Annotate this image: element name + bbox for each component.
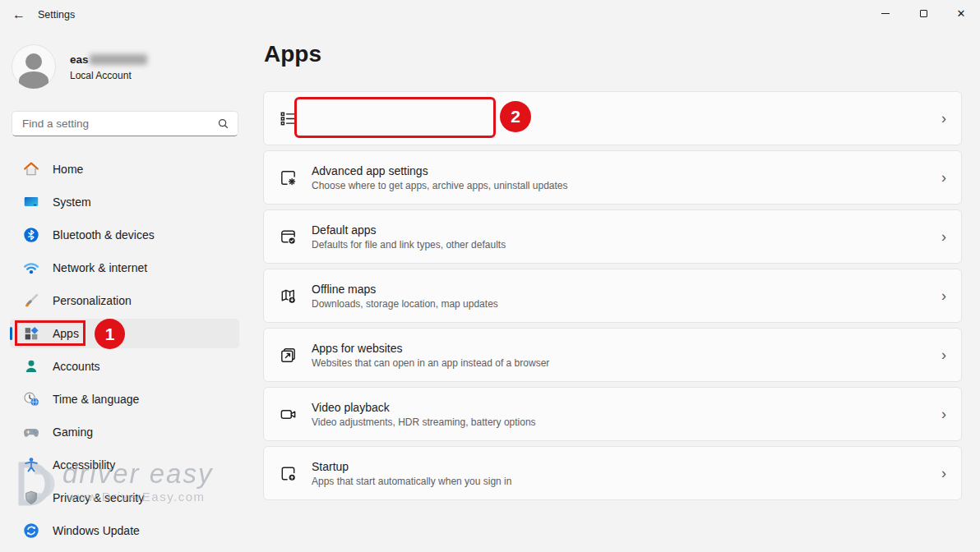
sidebar-item-system[interactable]: System	[10, 187, 239, 217]
card-offline-maps[interactable]: Offline maps Downloads, storage location…	[263, 269, 962, 323]
paintbrush-icon	[22, 292, 40, 310]
annotation-step-2-badge: 2	[500, 101, 531, 132]
chevron-right-icon: ›	[941, 466, 946, 481]
sidebar-item-label: Network & internet	[53, 261, 147, 274]
avatar[interactable]	[12, 44, 56, 89]
apps-for-websites-icon	[279, 346, 298, 365]
card-title: Advanced app settings	[312, 164, 568, 177]
default-apps-icon	[279, 228, 298, 246]
sidebar-item-accounts[interactable]: Accounts	[10, 352, 239, 381]
sidebar-item-accessibility[interactable]: Accessibility	[10, 450, 239, 480]
settings-card-list: Installed apps Uninstall and manage apps…	[263, 91, 962, 505]
sidebar-item-label: Windows Update	[53, 524, 140, 537]
card-advanced-app-settings[interactable]: Advanced app settings Choose where to ge…	[263, 150, 962, 205]
annotation-box-installed-apps	[294, 97, 496, 138]
system-icon	[22, 193, 40, 211]
update-icon	[22, 522, 40, 540]
minimize-button[interactable]	[867, 0, 904, 27]
sidebar-item-home[interactable]: Home	[10, 154, 239, 184]
card-subtitle: Downloads, storage location, map updates	[312, 298, 498, 310]
sidebar-item-label: System	[53, 196, 91, 209]
wifi-icon	[22, 259, 40, 277]
titlebar: ← Settings ✕	[0, 0, 980, 30]
card-subtitle: Choose where to get apps, archive apps, …	[312, 180, 568, 191]
video-playback-icon	[279, 405, 298, 424]
window-title: Settings	[38, 9, 75, 21]
sidebar-item-personalization[interactable]: Personalization	[10, 286, 239, 315]
card-title: Default apps	[312, 223, 506, 237]
card-title: Apps for websites	[312, 342, 549, 355]
window-controls: ✕	[867, 0, 980, 27]
card-subtitle: Websites that can open in an app instead…	[312, 357, 549, 369]
sidebar-item-label: Privacy & security	[53, 491, 144, 504]
advanced-app-settings-icon	[279, 168, 298, 187]
search-icon	[217, 117, 229, 130]
chevron-right-icon: ›	[941, 347, 946, 362]
bluetooth-icon	[22, 226, 40, 244]
sidebar-item-bluetooth-devices[interactable]: Bluetooth & devices	[10, 220, 239, 250]
card-title: Startup	[312, 460, 511, 473]
account-name-text: eas	[70, 53, 89, 66]
annotation-box-apps	[15, 320, 86, 346]
sidebar-item-label: Bluetooth & devices	[53, 228, 155, 242]
search-box[interactable]	[12, 111, 238, 136]
account-name-redaction	[90, 54, 147, 65]
search-input[interactable]	[22, 117, 217, 130]
sidebar-item-label: Home	[53, 163, 83, 176]
account-type: Local Account	[70, 70, 132, 81]
chevron-right-icon: ›	[941, 111, 946, 126]
sidebar-item-privacy-security[interactable]: Privacy & security	[10, 483, 239, 513]
account-name: eas	[70, 53, 147, 66]
annotation-step-1-badge: 1	[95, 319, 125, 349]
back-button[interactable]: ←	[7, 3, 31, 26]
sidebar-item-windows-update[interactable]: Windows Update	[10, 516, 239, 545]
chevron-right-icon: ›	[941, 407, 946, 421]
card-apps-for-websites[interactable]: Apps for websites Websites that can open…	[263, 328, 962, 382]
close-icon: ✕	[957, 8, 966, 19]
home-icon	[22, 160, 40, 178]
maximize-button[interactable]	[904, 0, 942, 27]
maximize-icon	[920, 10, 927, 17]
card-default-apps[interactable]: Default apps Defaults for file and link …	[263, 209, 962, 264]
minimize-icon	[881, 13, 890, 14]
page-title: Apps	[264, 41, 321, 67]
offline-maps-icon	[279, 287, 298, 306]
back-arrow-icon: ←	[12, 7, 25, 22]
gamepad-icon	[22, 423, 40, 441]
sidebar-nav: Home System Bluetooth & devices Network …	[0, 154, 247, 549]
avatar-head	[25, 53, 42, 70]
sidebar-item-label: Accounts	[53, 360, 100, 373]
card-startup[interactable]: Startup Apps that start automatically wh…	[263, 446, 962, 500]
shield-icon	[22, 489, 40, 507]
sidebar-item-label: Time & language	[53, 393, 139, 406]
sidebar-item-gaming[interactable]: Gaming	[10, 417, 239, 447]
sidebar-item-label: Accessibility	[53, 458, 115, 472]
close-button[interactable]: ✕	[942, 0, 980, 27]
sidebar-item-time-language[interactable]: Time & language	[10, 384, 239, 414]
clock-globe-icon	[22, 390, 40, 408]
avatar-torso	[19, 71, 49, 89]
chevron-right-icon: ›	[941, 288, 946, 303]
startup-icon	[279, 464, 298, 483]
person-icon	[22, 357, 40, 375]
accessibility-icon	[22, 456, 40, 474]
chevron-right-icon: ›	[941, 229, 946, 244]
card-subtitle: Defaults for file and link types, other …	[312, 239, 506, 251]
card-title: Offline maps	[312, 283, 498, 296]
sidebar-item-label: Gaming	[53, 426, 93, 439]
card-video-playback[interactable]: Video playback Video adjustments, HDR st…	[263, 387, 962, 441]
card-subtitle: Video adjustments, HDR streaming, batter…	[312, 416, 536, 428]
sidebar-item-label: Personalization	[53, 294, 132, 307]
sidebar-item-network-internet[interactable]: Network & internet	[10, 253, 239, 283]
card-subtitle: Apps that start automatically when you s…	[312, 476, 511, 487]
card-title: Video playback	[312, 401, 536, 414]
chevron-right-icon: ›	[941, 170, 946, 185]
